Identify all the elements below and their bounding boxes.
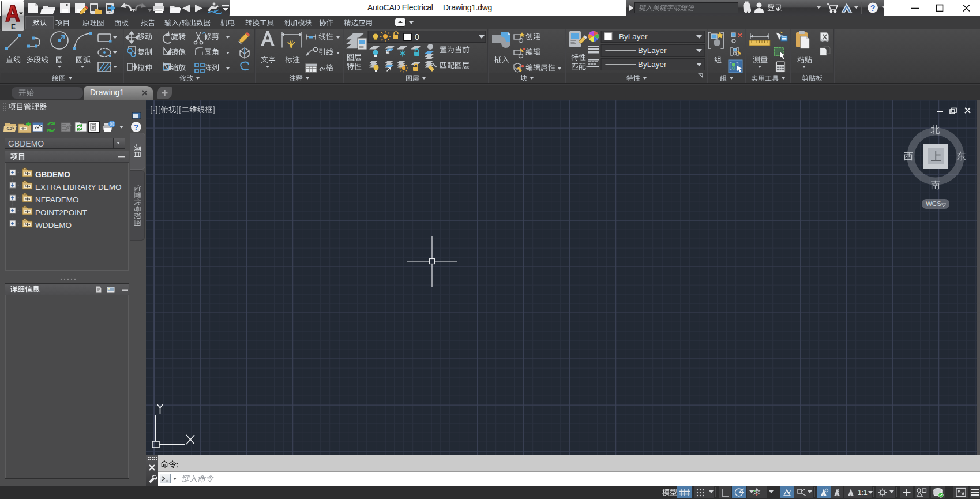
svg-text:0: 0 [415, 32, 419, 42]
svg-text:E: E [11, 23, 16, 31]
svg-text:ByLayer: ByLayer [619, 32, 648, 41]
svg-text:?: ? [134, 123, 138, 132]
svg-text:1:1: 1:1 [858, 489, 868, 497]
svg-text:ByLayer: ByLayer [638, 46, 667, 55]
svg-text:ByLayer: ByLayer [638, 60, 667, 69]
svg-text:?: ? [870, 3, 876, 13]
